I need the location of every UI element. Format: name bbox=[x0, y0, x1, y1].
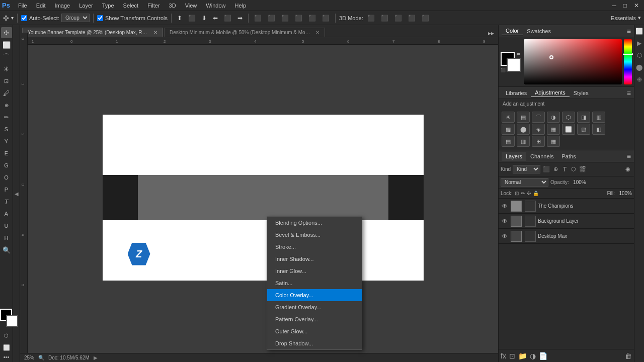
menu-edit[interactable]: Edit bbox=[32, 2, 50, 10]
tab-adjustments[interactable]: Adjustments bbox=[531, 88, 570, 97]
tab-layers[interactable]: Layers bbox=[502, 152, 526, 161]
align-top-icon[interactable]: ⬆ bbox=[175, 14, 184, 22]
tab-libraries[interactable]: Libraries bbox=[502, 89, 531, 97]
color-panel-options-icon[interactable]: ≡ bbox=[627, 27, 631, 35]
dodge-tool[interactable]: O bbox=[1, 172, 12, 183]
crop-tool[interactable]: ⊡ bbox=[1, 75, 12, 86]
transform-controls-checkbox[interactable] bbox=[97, 15, 103, 21]
align-left-icon[interactable]: ⬅ bbox=[211, 14, 220, 22]
ctx-drop-shadow[interactable]: Drop Shadow... bbox=[267, 337, 362, 349]
new-group-icon[interactable]: 📁 bbox=[518, 352, 527, 360]
bw-adj[interactable]: ▩ bbox=[502, 124, 515, 135]
photo-filter-adj[interactable]: ⬤ bbox=[517, 124, 530, 135]
marquee-tool[interactable]: ⬜ bbox=[1, 39, 12, 50]
extra-tools[interactable]: ••• bbox=[4, 354, 10, 360]
zoom-expand-icon[interactable]: 🔍 bbox=[38, 355, 44, 360]
hue-strip[interactable] bbox=[624, 39, 632, 84]
opacity-value[interactable]: 100% bbox=[571, 179, 586, 185]
levels-adj[interactable]: ▤ bbox=[517, 112, 530, 123]
invert-adj[interactable]: ⬜ bbox=[562, 124, 575, 135]
menu-type[interactable]: Type bbox=[98, 2, 118, 10]
layer-visibility-icon[interactable]: 👁 bbox=[501, 202, 509, 210]
layer-item[interactable]: 👁 Desktop Max bbox=[499, 229, 634, 244]
layers-panel-options-icon[interactable]: ≡ bbox=[627, 152, 631, 160]
posterize-adj[interactable]: ▧ bbox=[577, 124, 590, 135]
brightness-adj[interactable]: ☀ bbox=[502, 112, 515, 123]
far-right-icon-2[interactable]: ▶ bbox=[635, 39, 643, 47]
auto-select-checkbox[interactable] bbox=[21, 15, 27, 21]
new-adj-layer-icon[interactable]: ◑ bbox=[530, 352, 536, 360]
type-tool[interactable]: T bbox=[1, 196, 12, 207]
filter-type-icon[interactable]: T bbox=[560, 165, 569, 173]
ctx-satin[interactable]: Satin... bbox=[267, 277, 362, 289]
align-right-icon[interactable]: ➡ bbox=[235, 14, 245, 22]
lock-all-icon[interactable]: 🔒 bbox=[533, 191, 539, 196]
healing-tool[interactable]: ⊕ bbox=[1, 100, 12, 111]
ctx-inner-shadow[interactable]: Inner Shadow... bbox=[267, 253, 362, 265]
vibrance2-adj[interactable]: ⊞ bbox=[532, 136, 545, 147]
close-btn[interactable]: ✕ bbox=[631, 2, 642, 9]
blend-mode-select[interactable]: Normal Dissolve Multiply bbox=[501, 178, 548, 187]
filter-adj-icon[interactable]: ⊕ bbox=[551, 165, 559, 173]
switch-colors-icon[interactable]: ⇄ bbox=[517, 52, 521, 56]
pattern2-adj[interactable]: ▦ bbox=[547, 136, 560, 147]
path-selection-tool[interactable]: A bbox=[1, 208, 12, 219]
tab-color[interactable]: Color bbox=[502, 27, 523, 35]
distribute6-icon[interactable]: ⬛ bbox=[320, 14, 332, 22]
3d-icon1[interactable]: ⬛ bbox=[365, 14, 377, 22]
ctx-stroke[interactable]: Stroke... bbox=[267, 241, 362, 253]
layer-name[interactable]: The Champions bbox=[538, 203, 632, 209]
background-swatch[interactable] bbox=[507, 58, 521, 72]
ctx-blending-options[interactable]: Blending Options... bbox=[267, 217, 362, 229]
history-brush-tool[interactable]: Y bbox=[1, 136, 12, 147]
distribute3-icon[interactable]: ⬛ bbox=[279, 14, 291, 22]
layer-item[interactable]: 👁 Background Layer bbox=[499, 214, 634, 229]
move-tool[interactable]: ✣ bbox=[1, 27, 12, 38]
ctx-inner-glow[interactable]: Inner Glow... bbox=[267, 265, 362, 277]
layers-kind-select[interactable]: Kind bbox=[513, 165, 540, 173]
color-swatches[interactable] bbox=[0, 309, 18, 327]
filter-shape-icon[interactable]: ⬡ bbox=[570, 165, 578, 173]
gradient-tool[interactable]: G bbox=[1, 160, 12, 171]
menu-layer[interactable]: Layer bbox=[75, 2, 97, 10]
distribute5-icon[interactable]: ⬛ bbox=[306, 14, 318, 22]
tab-paths[interactable]: Paths bbox=[558, 152, 580, 161]
ctx-color-overlay[interactable]: Color Overlay... bbox=[267, 289, 362, 301]
hand-tool[interactable]: H bbox=[1, 232, 12, 243]
exposure-adj[interactable]: ◑ bbox=[547, 112, 560, 123]
lasso-tool[interactable]: ⌒ bbox=[1, 51, 12, 62]
hue-sat-adj[interactable]: ◨ bbox=[577, 112, 590, 123]
layer-visibility-icon[interactable]: 👁 bbox=[501, 232, 509, 240]
lock-position-icon[interactable]: ✣ bbox=[527, 191, 531, 196]
layer-name[interactable]: Desktop Max bbox=[538, 233, 632, 239]
3d-icon5[interactable]: ⬛ bbox=[420, 14, 431, 22]
ctx-outer-glow[interactable]: Outer Glow... bbox=[267, 325, 362, 337]
clone-stamp-tool[interactable]: S bbox=[1, 124, 12, 135]
align-hcenter-icon[interactable]: ⬛ bbox=[222, 14, 233, 22]
vibrance-adj[interactable]: ⬡ bbox=[562, 112, 575, 123]
far-right-icon-5[interactable]: ⊕ bbox=[635, 75, 643, 83]
screen-mode-tool[interactable]: ⬜ bbox=[1, 342, 12, 353]
delete-layer-icon[interactable]: 🗑 bbox=[625, 352, 632, 360]
tab-channels[interactable]: Channels bbox=[526, 152, 557, 161]
menu-window[interactable]: Window bbox=[202, 2, 229, 10]
eyedropper-tool[interactable]: 🖊 bbox=[1, 87, 12, 99]
fill-value[interactable]: 100% bbox=[617, 191, 632, 196]
3d-icon4[interactable]: ⬛ bbox=[406, 14, 418, 22]
far-right-icon-3[interactable]: ⬡ bbox=[635, 51, 643, 59]
far-right-icon-4[interactable]: ⬤ bbox=[635, 63, 643, 71]
adj-panel-options-icon[interactable]: ≡ bbox=[627, 89, 631, 97]
add-layer-style-icon[interactable]: fx bbox=[501, 352, 506, 360]
menu-help[interactable]: Help bbox=[230, 2, 250, 10]
brush-tool[interactable]: ✏ bbox=[1, 112, 12, 123]
3d-icon2[interactable]: ⬛ bbox=[379, 14, 390, 22]
auto-select-dropdown[interactable]: Group Layer bbox=[61, 14, 90, 22]
eraser-tool[interactable]: E bbox=[1, 148, 12, 159]
zoom-tool[interactable]: 🔍 bbox=[1, 244, 12, 255]
distribute-icon[interactable]: ⬛ bbox=[252, 14, 264, 22]
menu-filter[interactable]: Filter bbox=[143, 2, 164, 10]
3d-icon3[interactable]: ⬛ bbox=[392, 14, 404, 22]
menu-select[interactable]: Select bbox=[119, 2, 143, 10]
align-vcenter-icon[interactable]: ⬛ bbox=[186, 14, 198, 22]
tab-styles[interactable]: Styles bbox=[570, 89, 593, 97]
